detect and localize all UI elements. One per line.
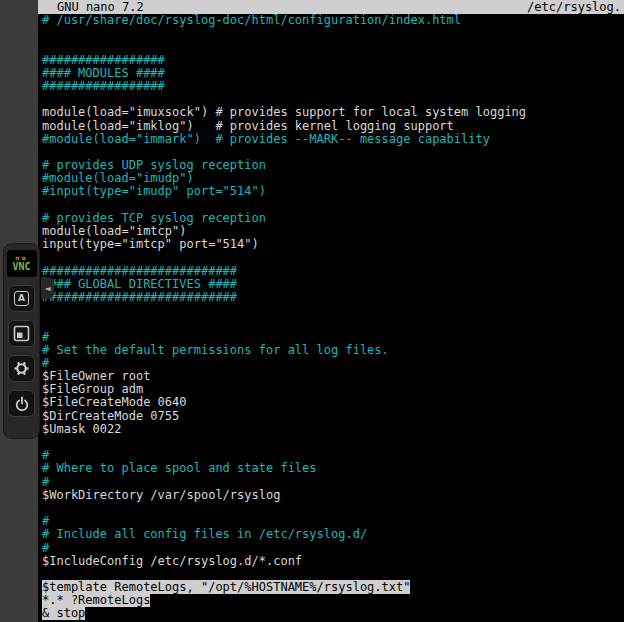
terminal-line (42, 436, 624, 449)
terminal-line: *.* ?RemoteLogs (42, 594, 624, 607)
terminal-line: ################# (42, 80, 624, 93)
terminal-line: # (42, 476, 624, 489)
fullscreen-button[interactable] (8, 320, 35, 347)
terminal-line: #input(type="imudp" port="514") (42, 185, 624, 198)
terminal-lines: # /usr/share/doc/rsyslog-doc/html/config… (38, 14, 624, 621)
terminal-line (42, 27, 624, 40)
terminal-line (42, 251, 624, 264)
terminal-line: ########################### (42, 265, 624, 278)
terminal-line: $FileCreateMode 0640 (42, 396, 624, 409)
terminal-line: #module(load="immark") # provides --MARK… (42, 133, 624, 146)
terminal-line: input(type="imtcp" port="514") (42, 238, 624, 251)
terminal-line (42, 317, 624, 330)
terminal-line (42, 304, 624, 317)
terminal-line: # /usr/share/doc/rsyslog-doc/html/config… (42, 14, 624, 27)
terminal-line: ################# (42, 54, 624, 67)
terminal-line: #### MODULES #### (42, 67, 624, 80)
terminal-line: $WorkDirectory /var/spool/rsyslog (42, 489, 624, 502)
nano-version: GNU nano 7.2 (57, 0, 144, 14)
terminal-line: $IncludeConfig /etc/rsyslog.d/*.conf (42, 555, 624, 568)
nano-file-path: /etc/rsyslog. (527, 0, 621, 14)
chevron-left-icon: ◄ (44, 284, 50, 293)
terminal-line: # (42, 542, 624, 555)
novnc-logo: no VNC (7, 250, 37, 277)
novnc-control-bar: no VNC A (3, 243, 40, 439)
keyboard-button[interactable]: A (8, 285, 35, 312)
control-bar-handle[interactable]: ◄ (41, 277, 54, 299)
terminal-line: #### GLOBAL DIRECTIVES #### (42, 278, 624, 291)
terminal-line: # Where to place spool and state files (42, 462, 624, 475)
power-icon (14, 396, 30, 412)
settings-button[interactable] (8, 355, 35, 382)
fullscreen-icon (13, 325, 30, 342)
nano-terminal[interactable]: GNU nano 7.2 /etc/rsyslog. # /usr/share/… (38, 0, 624, 622)
terminal-line (42, 40, 624, 53)
terminal-line: # Set the default permissions for all lo… (42, 344, 624, 357)
terminal-line (42, 199, 624, 212)
terminal-line: module(load="imuxsock") # provides suppo… (42, 106, 624, 119)
terminal-line: & stop (42, 607, 624, 620)
terminal-line: $Umask 0022 (42, 423, 624, 436)
novnc-logo-text: VNC (12, 261, 30, 272)
terminal-line: $DirCreateMode 0755 (42, 410, 624, 423)
terminal-line: module(load="imklog") # provides kernel … (42, 120, 624, 133)
terminal-line: # (42, 331, 624, 344)
nano-titlebar: GNU nano 7.2 /etc/rsyslog. (38, 0, 624, 14)
terminal-line: # Include all config files in /etc/rsysl… (42, 528, 624, 541)
power-button[interactable] (8, 390, 35, 417)
gear-icon (13, 360, 30, 377)
letter-a-key-icon: A (14, 291, 29, 306)
terminal-line (42, 502, 624, 515)
novnc-viewport: GNU nano 7.2 /etc/rsyslog. # /usr/share/… (0, 0, 624, 622)
terminal-line: ########################### (42, 291, 624, 304)
